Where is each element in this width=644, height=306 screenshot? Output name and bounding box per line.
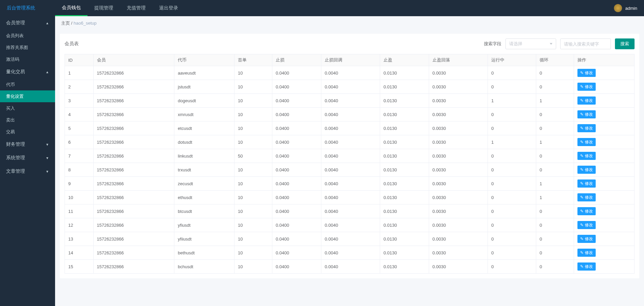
cell-coin: bethusdt	[174, 246, 234, 260]
cell-first: 10	[234, 163, 272, 177]
cell-id: 1	[65, 66, 94, 80]
username: admin	[625, 6, 637, 11]
cell-member: 15726232866	[93, 218, 174, 232]
cell-coin: etcusdt	[174, 121, 234, 135]
pencil-icon: ✎	[580, 112, 584, 117]
topnav-item-3[interactable]: 退出登录	[152, 0, 185, 16]
cell-id: 2	[65, 80, 94, 94]
edit-button[interactable]: ✎修改	[577, 207, 596, 215]
cell-action: ✎修改	[574, 94, 635, 108]
edit-button[interactable]: ✎修改	[577, 152, 596, 160]
edit-button[interactable]: ✎修改	[577, 249, 596, 257]
sidebar-item-8[interactable]: 卖出	[0, 114, 55, 126]
cell-coin: bchusdt	[174, 260, 234, 274]
cell-take_cb: 0.0030	[429, 121, 488, 135]
edit-label: 修改	[585, 84, 593, 90]
sidebar-item-10[interactable]: 财务管理▼	[0, 138, 55, 151]
cell-take_cb: 0.0030	[429, 135, 488, 149]
cell-loop: 0	[536, 232, 574, 246]
sidebar-item-6[interactable]: 量化设置	[0, 90, 55, 102]
search-button[interactable]: 搜索	[615, 38, 635, 49]
topnav-item-2[interactable]: 充值管理	[120, 0, 152, 16]
pencil-icon: ✎	[580, 181, 584, 186]
edit-button[interactable]: ✎修改	[577, 138, 596, 146]
edit-button[interactable]: ✎修改	[577, 124, 596, 132]
cell-take_cb: 0.0030	[429, 232, 488, 246]
cell-stop: 0.0400	[272, 177, 321, 191]
panel-head: 会员表 搜索字段 请选择 搜索	[65, 38, 635, 49]
cell-stop_cb: 0.0040	[321, 121, 380, 135]
table-row: 415726232866xmrusdt100.04000.00400.01300…	[65, 108, 635, 121]
cell-stop: 0.0400	[272, 191, 321, 204]
cell-id: 15	[65, 260, 94, 274]
cell-first: 10	[234, 218, 272, 232]
cell-id: 14	[65, 246, 94, 260]
cell-coin: trxusdt	[174, 163, 234, 177]
cell-take_cb: 0.0030	[429, 80, 488, 94]
cell-loop: 0	[536, 108, 574, 121]
cell-id: 4	[65, 108, 94, 121]
edit-button[interactable]: ✎修改	[577, 83, 596, 91]
edit-button[interactable]: ✎修改	[577, 193, 596, 201]
edit-label: 修改	[585, 181, 593, 187]
edit-button[interactable]: ✎修改	[577, 69, 596, 77]
sidebar-item-3[interactable]: 激活码	[0, 53, 55, 65]
search-field-select[interactable]: 请选择	[505, 38, 556, 49]
cell-member: 15726232866	[93, 121, 174, 135]
sidebar-item-0[interactable]: 会员管理▲	[0, 16, 55, 30]
pencil-icon: ✎	[580, 195, 584, 200]
cell-stop: 0.0400	[272, 108, 321, 121]
sidebar-item-4[interactable]: 量化交易▲	[0, 65, 55, 79]
cell-id: 12	[65, 218, 94, 232]
table-row: 1015726232866ethusdt100.04000.00400.0130…	[65, 191, 635, 204]
cell-id: 10	[65, 191, 94, 204]
sidebar-item-label: 财务管理	[6, 141, 25, 147]
cell-member: 15726232866	[93, 177, 174, 191]
breadcrumb-home[interactable]: 主页	[61, 21, 70, 26]
search-input[interactable]	[560, 38, 611, 49]
table-row: 1315726232866yfiiusdt100.04000.00400.013…	[65, 232, 635, 246]
sidebar-item-5[interactable]: 代币	[0, 79, 55, 90]
cell-stop: 0.0400	[272, 94, 321, 108]
cell-take: 0.0130	[380, 246, 429, 260]
sidebar-item-2[interactable]: 推荐关系图	[0, 41, 55, 53]
edit-label: 修改	[585, 139, 593, 145]
topnav-item-1[interactable]: 提现管理	[88, 0, 120, 16]
cell-run: 0	[488, 246, 536, 260]
edit-label: 修改	[585, 236, 593, 242]
avatar[interactable]	[614, 4, 622, 12]
cell-coin: xmrusdt	[174, 108, 234, 121]
topnav-item-0[interactable]: 会员钱包	[55, 0, 88, 16]
sidebar-item-11[interactable]: 系统管理▼	[0, 151, 55, 165]
edit-button[interactable]: ✎修改	[577, 166, 596, 174]
col-header: 止损回调	[321, 54, 380, 66]
cell-run: 0	[488, 191, 536, 204]
edit-button[interactable]: ✎修改	[577, 262, 596, 271]
sidebar-item-label: 激活码	[6, 56, 19, 62]
table-row: 1115726232866btcusdt100.04000.00400.0130…	[65, 204, 635, 218]
topbar: 后台管理系统 会员钱包提现管理充值管理退出登录 admin	[0, 0, 644, 16]
chevron-up-icon: ▲	[46, 70, 49, 74]
cell-coin: yfiusdt	[174, 218, 234, 232]
sidebar-item-1[interactable]: 会员列表	[0, 30, 55, 41]
chevron-up-icon: ▲	[46, 21, 49, 25]
cell-id: 7	[65, 149, 94, 163]
sidebar-item-7[interactable]: 买入	[0, 102, 55, 114]
edit-label: 修改	[585, 112, 593, 117]
sidebar-item-label: 系统管理	[6, 155, 25, 161]
cell-coin: linkusdt	[174, 149, 234, 163]
edit-button[interactable]: ✎修改	[577, 221, 596, 229]
sidebar-item-12[interactable]: 文章管理▼	[0, 165, 55, 178]
cell-action: ✎修改	[574, 80, 635, 94]
edit-button[interactable]: ✎修改	[577, 110, 596, 118]
table-row: 1415726232866bethusdt100.04000.00400.013…	[65, 246, 635, 260]
col-header: 首单	[234, 54, 272, 66]
sidebar-item-9[interactable]: 交易	[0, 126, 55, 138]
cell-stop: 0.0400	[272, 218, 321, 232]
edit-button[interactable]: ✎修改	[577, 179, 596, 188]
edit-button[interactable]: ✎修改	[577, 235, 596, 243]
cell-loop: 0	[536, 204, 574, 218]
edit-button[interactable]: ✎修改	[577, 96, 596, 105]
cell-take: 0.0130	[380, 121, 429, 135]
search-label: 搜索字段	[484, 41, 501, 47]
